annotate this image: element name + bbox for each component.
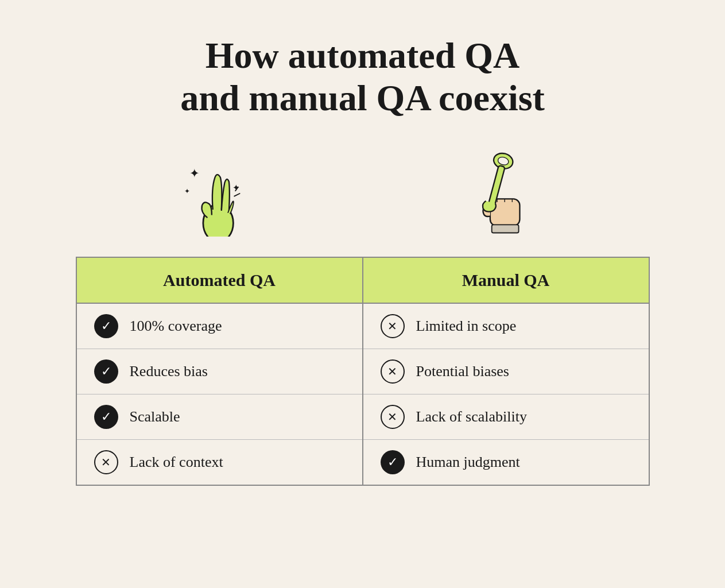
- check-icon: ✓: [381, 450, 405, 474]
- col1-body: ✓ 100% coverage ✓ Reduces bias ✓ Scalabl…: [77, 304, 363, 485]
- svg-text:✦: ✦: [232, 184, 240, 193]
- col2-header: Manual QA: [363, 258, 649, 303]
- col2-item-1-text: Limited in scope: [416, 318, 517, 335]
- check-icon: ✓: [94, 405, 118, 429]
- col1-item-1: ✓ 100% coverage: [77, 304, 362, 349]
- svg-rect-10: [491, 225, 518, 233]
- check-icon: ✓: [94, 314, 118, 338]
- col2-body: ✕ Limited in scope ✕ Potential biases ✕ …: [363, 304, 649, 485]
- col1-item-1-text: 100% coverage: [130, 318, 222, 335]
- x-icon: ✕: [381, 405, 405, 429]
- x-icon: ✕: [381, 359, 405, 384]
- wrench-icon: [460, 148, 552, 239]
- col1-item-3-text: Scalable: [130, 408, 180, 425]
- col1-item-4-text: Lack of context: [130, 454, 223, 471]
- col2-item-3-text: Lack of scalability: [416, 408, 527, 425]
- svg-text:✦: ✦: [184, 187, 190, 195]
- title-section: How automated QA and manual QA coexist: [180, 34, 545, 119]
- table-body: ✓ 100% coverage ✓ Reduces bias ✓ Scalabl…: [77, 304, 649, 485]
- col1-item-2: ✓ Reduces bias: [77, 349, 362, 394]
- col2-item-4-text: Human judgment: [416, 454, 520, 471]
- col2-item-2: ✕ Potential biases: [363, 349, 649, 394]
- comparison-table: Automated QA Manual QA ✓ 100% coverage ✓…: [76, 257, 650, 486]
- svg-text:✦: ✦: [189, 167, 200, 180]
- col2-item-4: ✓ Human judgment: [363, 440, 649, 485]
- svg-line-4: [234, 194, 239, 196]
- x-icon: ✕: [381, 314, 405, 338]
- col2-item-3: ✕ Lack of scalability: [363, 394, 649, 440]
- x-icon: ✕: [94, 450, 118, 474]
- col2-item-1: ✕ Limited in scope: [363, 304, 649, 349]
- col1-item-3: ✓ Scalable: [77, 394, 362, 440]
- col1-header: Automated QA: [77, 258, 363, 303]
- col2-item-2-text: Potential biases: [416, 363, 509, 380]
- icons-row: ✦ ✦ ✦: [76, 148, 650, 239]
- check-icon: ✓: [94, 359, 118, 384]
- page-title: How automated QA and manual QA coexist: [180, 34, 545, 119]
- hand-snap-icon: ✦ ✦ ✦: [173, 148, 265, 239]
- col1-item-4: ✕ Lack of context: [77, 440, 362, 485]
- col1-item-2-text: Reduces bias: [130, 363, 208, 380]
- table-header-row: Automated QA Manual QA: [77, 258, 649, 304]
